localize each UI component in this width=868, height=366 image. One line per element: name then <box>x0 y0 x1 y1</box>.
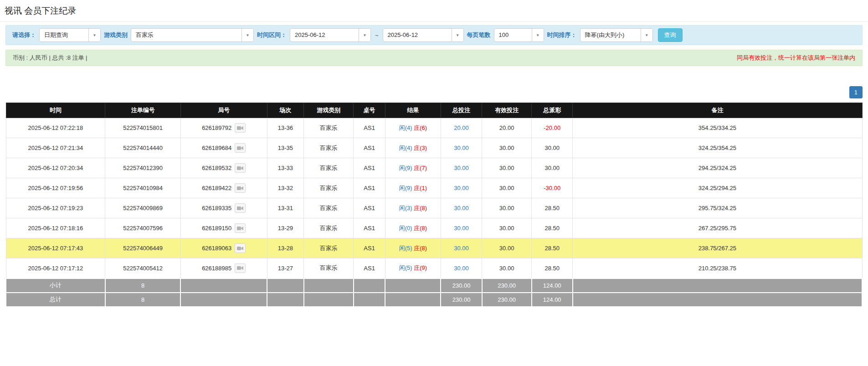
result-player: 闲(0) <box>399 225 412 232</box>
cell-result: 闲(3) 庄(8) <box>385 198 441 218</box>
cell-bet-id: 522574014440 <box>105 138 180 158</box>
cell-total-bet: 30.00 <box>441 178 482 198</box>
page-size-select[interactable]: 100 ▼ <box>494 28 544 42</box>
cell-bet-id: 522574012390 <box>105 158 180 178</box>
cell-round-id: 626189150 <box>180 218 267 238</box>
video-camera-icon <box>237 146 243 150</box>
cell-round-id: 626189422 <box>180 178 267 198</box>
col-result: 结果 <box>385 103 441 118</box>
total-bet-link[interactable]: 30.00 <box>454 225 469 232</box>
cell-note: 354.25/334.25 <box>573 118 862 138</box>
bet-records-table: 时间 注单编号 局号 场次 游戏类别 桌号 结果 总投注 有效投注 总派彩 备注… <box>5 103 863 307</box>
cell-total-bet: 30.00 <box>441 258 482 278</box>
chevron-down-icon[interactable]: ▼ <box>532 29 544 41</box>
cell-time: 2025-06-12 07:17:12 <box>6 258 105 278</box>
cell-payout: 30.00 <box>532 138 573 158</box>
result-banker: 庄(8) <box>414 245 427 252</box>
cell-valid-bet: 30.00 <box>482 158 532 178</box>
cell-result: 闲(4) 庄(6) <box>385 118 441 138</box>
cell-result: 闲(4) 庄(3) <box>385 138 441 158</box>
cell-session: 13-33 <box>267 158 304 178</box>
video-replay-button[interactable] <box>235 143 246 153</box>
cell-payout: 30.00 <box>532 158 573 178</box>
chevron-down-icon[interactable]: ▼ <box>241 29 253 41</box>
cell-bet-id: 522574009869 <box>105 198 180 218</box>
cell-payout: 28.50 <box>532 218 573 238</box>
cell-table-no: AS1 <box>354 198 385 218</box>
cell-session: 13-27 <box>267 258 304 278</box>
video-replay-button[interactable] <box>235 203 246 213</box>
cell-bet-id: 522574005412 <box>105 258 180 278</box>
cell-game: 百家乐 <box>304 138 354 158</box>
date-type-select[interactable]: 日期查询 ▼ <box>39 28 101 42</box>
total-bet-link[interactable]: 30.00 <box>454 205 469 211</box>
cell-game: 百家乐 <box>304 218 354 238</box>
cell-valid-bet: 20.00 <box>482 118 532 138</box>
page-header: 视讯 会员下注纪录 <box>0 0 868 22</box>
video-replay-button[interactable] <box>235 223 246 233</box>
date-from-select[interactable]: 2025-06-12 ▼ <box>290 28 371 42</box>
result-banker: 庄(6) <box>414 124 427 131</box>
pagination: 1 <box>5 86 863 98</box>
cell-result: 闲(5) 庄(8) <box>385 238 441 258</box>
cell-total-bet: 30.00 <box>441 158 482 178</box>
cell-valid-bet: 30.00 <box>482 258 532 278</box>
cell-note: 324.25/354.25 <box>573 138 862 158</box>
video-camera-icon <box>237 246 243 251</box>
cell-total-bet: 30.00 <box>441 198 482 218</box>
chevron-down-icon[interactable]: ▼ <box>88 29 100 41</box>
total-bet-link[interactable]: 30.00 <box>454 165 469 171</box>
cell-game: 百家乐 <box>304 118 354 138</box>
total-bet-link[interactable]: 30.00 <box>454 265 469 272</box>
subtotal-row: 小计 8 230.00 230.00 124.00 <box>6 278 862 293</box>
cell-table-no: AS1 <box>354 138 385 158</box>
query-button[interactable]: 查询 <box>658 28 683 42</box>
table-row: 2025-06-12 07:20:34 522574012390 6261895… <box>6 158 862 178</box>
cell-result: 闲(9) 庄(1) <box>385 178 441 198</box>
chevron-down-icon[interactable]: ▼ <box>641 29 652 41</box>
cell-payout: 28.50 <box>532 258 573 278</box>
page-title: 视讯 会员下注纪录 <box>5 5 863 17</box>
subtotal-valid-bet: 230.00 <box>482 278 532 293</box>
date-range-label: 时间区间： <box>257 31 287 39</box>
total-bet-link[interactable]: 20.00 <box>454 124 469 131</box>
col-game: 游戏类别 <box>304 103 354 118</box>
game-type-select[interactable]: 百家乐 ▼ <box>131 28 254 42</box>
cell-round-id: 626189063 <box>180 238 267 258</box>
sort-order-label: 时间排序： <box>547 31 577 39</box>
video-replay-button[interactable] <box>235 123 246 133</box>
subtotal-count: 8 <box>105 278 180 293</box>
cell-valid-bet: 30.00 <box>482 218 532 238</box>
cell-game: 百家乐 <box>304 238 354 258</box>
total-bet-link[interactable]: 30.00 <box>454 245 469 252</box>
cell-payout: 28.50 <box>532 238 573 258</box>
video-camera-icon <box>237 166 243 170</box>
cell-table-no: AS1 <box>354 218 385 238</box>
cell-payout: 28.50 <box>532 198 573 218</box>
video-camera-icon <box>237 186 243 191</box>
result-player: 闲(9) <box>399 165 412 171</box>
video-replay-button[interactable] <box>235 263 246 273</box>
page-size-label: 每页笔数 <box>467 31 491 39</box>
chevron-down-icon[interactable]: ▼ <box>452 29 463 41</box>
chevron-down-icon[interactable]: ▼ <box>359 29 370 41</box>
date-to-select[interactable]: 2025-06-12 ▼ <box>383 28 464 42</box>
sort-order-select[interactable]: 降幂(由大到小) ▼ <box>580 28 653 42</box>
cell-time: 2025-06-12 07:17:43 <box>6 238 105 258</box>
video-replay-button[interactable] <box>235 243 246 253</box>
cell-bet-id: 522574007596 <box>105 218 180 238</box>
total-bet-link[interactable]: 30.00 <box>454 144 469 151</box>
result-banker: 庄(1) <box>414 185 427 191</box>
cell-result: 闲(0) 庄(8) <box>385 218 441 238</box>
table-row: 2025-06-12 07:17:43 522574006449 6261890… <box>6 238 862 258</box>
total-bet-link[interactable]: 30.00 <box>454 185 469 191</box>
result-banker: 庄(8) <box>414 205 427 211</box>
cell-game: 百家乐 <box>304 198 354 218</box>
video-replay-button[interactable] <box>235 163 246 173</box>
cell-game: 百家乐 <box>304 158 354 178</box>
cell-bet-id: 522574006449 <box>105 238 180 258</box>
cell-time: 2025-06-12 07:21:34 <box>6 138 105 158</box>
video-replay-button[interactable] <box>235 183 246 193</box>
result-banker: 庄(3) <box>414 144 427 151</box>
page-1-button[interactable]: 1 <box>849 86 863 98</box>
